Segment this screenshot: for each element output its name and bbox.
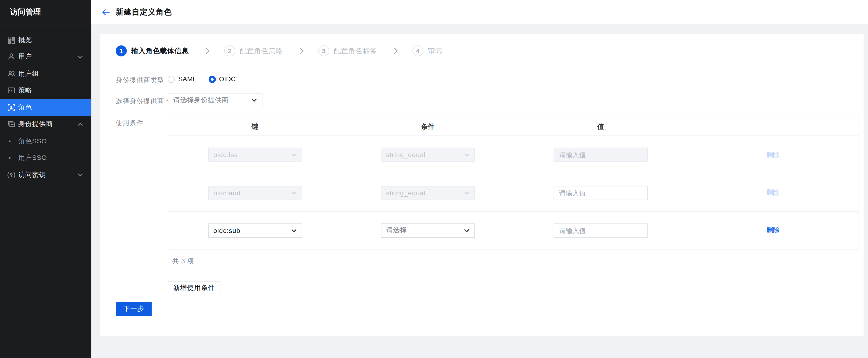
sidebar-item-overview[interactable]: 概览 [0,32,91,48]
key-select-value: oidc:sub [214,226,240,234]
step-3-label: 配置角色标签 [334,46,377,56]
condition-select-value: string_equal [386,151,426,159]
page-header: 新建自定义角色 [91,0,868,24]
key-select: oidc:iss [208,148,302,162]
sidebar: 访问管理 概览 用户 用 [0,0,91,358]
bullet-icon [9,140,10,142]
chevron-up-icon [78,123,83,126]
step-2-label: 配置角色策略 [240,46,283,56]
policy-icon [6,86,16,95]
chevron-down-icon [464,229,469,232]
radio-saml-label: SAML [178,75,196,83]
back-arrow-icon[interactable] [102,9,110,15]
chevron-down-icon [464,191,469,194]
condition-select[interactable]: 请选择 [380,223,475,237]
step-1: 1 输入角色载体信息 [116,45,189,56]
sidebar-item-label: 角色SSO [18,136,47,146]
value-input [554,148,648,162]
value-input[interactable] [554,223,648,237]
user-icon [6,53,16,61]
sidebar-item-roles[interactable]: 角色 [0,99,91,116]
overview-grid-icon [6,35,16,44]
idp-type-label: 身份提供商类型 [116,76,164,85]
conditions-label: 使用条件 [116,118,143,128]
sidebar-item-user-sso[interactable]: 用户SSO [0,150,91,166]
total-count-text: 共 3 项 [172,257,194,266]
idp-type-radio-group: SAML OIDC [168,75,236,84]
delete-link: 删除 [766,150,780,159]
sidebar-item-user-groups[interactable]: 用户组 [0,65,91,82]
conditions-table: 键 条件 值 oidc:iss string_equ [168,118,859,250]
idp-select-placeholder: 请选择身份提供商 [173,95,229,105]
user-group-icon [6,69,16,78]
sidebar-item-label: 策略 [18,86,32,95]
chevron-down-icon [78,173,83,176]
step-indicator: 1 输入角色载体信息 2 配置角色策略 3 配置角色标签 4 审阅 [116,45,442,56]
chevron-down-icon [291,191,297,194]
main-area: 新建自定义角色 1 输入角色载体信息 2 配置角色策略 3 配置角色标签 [91,0,868,358]
sidebar-item-users[interactable]: 用户 [0,48,91,65]
radio-oidc-label: OIDC [219,75,236,83]
step-3-number: 3 [318,45,329,56]
chevron-down-icon [78,55,83,58]
identity-provider-icon [6,120,16,129]
sidebar-item-label: 身份提供商 [18,120,53,129]
column-header-key: 键 [168,118,341,135]
column-header-value: 值 [514,118,687,135]
access-key-icon [6,171,16,180]
key-select-value: oidc:aud [214,189,241,196]
role-icon [6,103,16,112]
condition-row: oidc:aud string_equal 删除 [168,174,859,211]
condition-select: string_equal [380,148,475,162]
sidebar-item-label: 概览 [18,35,32,44]
step-2-number: 2 [224,45,235,56]
sidebar-item-label: 访问密钥 [18,170,46,180]
idp-select-label: 选择身份提供商* [116,97,169,106]
column-header-condition: 条件 [341,118,514,135]
key-select-value: oidc:iss [214,151,238,159]
condition-row: oidc:sub 请选择 删除 [168,211,859,249]
next-step-button[interactable]: 下一步 [116,302,152,316]
chevron-down-icon [464,153,469,156]
radio-saml[interactable]: SAML [168,75,196,83]
access-management-console: 访问管理 概览 用户 用 [0,0,868,358]
sidebar-title: 访问管理 [0,0,91,24]
condition-select-value: string_equal [386,189,426,196]
sidebar-nav: 概览 用户 用户组 策略 [0,24,91,183]
step-2: 2 配置角色策略 [224,45,283,56]
sidebar-item-label: 用户 [18,52,32,61]
delete-link: 删除 [766,188,780,197]
sidebar-item-identity-providers[interactable]: 身份提供商 [0,116,91,133]
sidebar-item-policies[interactable]: 策略 [0,82,91,99]
radio-unselected-icon [168,75,175,83]
column-header-actions [687,118,859,135]
value-input[interactable] [554,186,648,200]
condition-row: oidc:iss string_equal 删除 [168,136,859,174]
delete-link[interactable]: 删除 [766,226,780,235]
radio-selected-icon [209,75,216,83]
sidebar-item-label: 用户组 [18,69,39,78]
chevron-down-icon [291,153,297,156]
sidebar-item-label: 用户SSO [18,153,47,163]
step-4-label: 审阅 [428,46,442,56]
step-1-label: 输入角色载体信息 [131,46,189,56]
step-3: 3 配置角色标签 [318,45,377,56]
condition-select-placeholder: 请选择 [386,226,407,235]
key-select: oidc:aud [208,186,302,200]
add-condition-button[interactable]: 新增使用条件 [168,281,220,294]
step-4: 4 审阅 [412,45,442,56]
sidebar-item-label: 角色 [18,103,32,112]
wizard-card: 1 输入角色载体信息 2 配置角色策略 3 配置角色标签 4 审阅 [100,34,864,336]
key-select[interactable]: oidc:sub [208,223,302,237]
radio-oidc[interactable]: OIDC [209,75,236,83]
step-4-number: 4 [412,45,424,56]
sidebar-item-access-keys[interactable]: 访问密钥 [0,166,91,183]
condition-select: string_equal [380,186,475,200]
sidebar-item-role-sso[interactable]: 角色SSO [0,133,91,150]
bullet-icon [9,157,10,159]
chevron-down-icon [251,98,257,102]
step-separator-icon [394,47,398,54]
chevron-down-icon [291,229,297,232]
step-separator-icon [205,47,210,54]
idp-select[interactable]: 请选择身份提供商 [168,93,262,107]
